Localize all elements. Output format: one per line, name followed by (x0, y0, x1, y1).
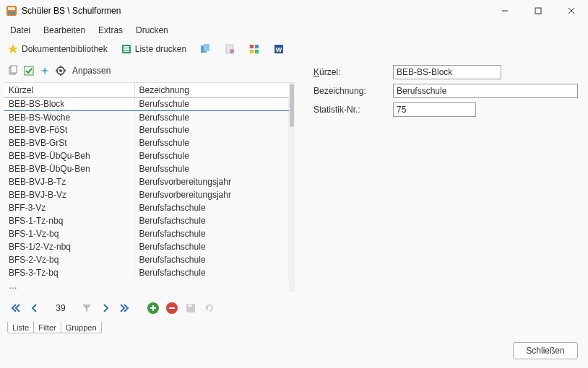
copy-icon[interactable] (7, 65, 19, 76)
kuerzel-input[interactable] (393, 65, 501, 79)
check-icon[interactable] (23, 65, 35, 76)
svg-rect-11 (124, 51, 129, 52)
toolbar-action-4[interactable]: W (270, 42, 287, 56)
cell-kuerzel[interactable]: BEB-BVJ-B-Vz (4, 188, 134, 201)
table-row[interactable]: BEB-BVJ-B-VzBerufsvorbereitungsjahr (4, 188, 289, 201)
nav-delete[interactable] (165, 301, 179, 315)
cell-kuerzel[interactable]: BEB-BS-Block (4, 97, 134, 110)
table-row[interactable]: BFS-1/2-Vz-nbqBerufsfachschule (4, 240, 289, 253)
close-button[interactable] (555, 0, 588, 22)
bezeichnung-input[interactable] (393, 84, 578, 98)
svg-rect-19 (255, 50, 259, 53)
cell-bezeichnung[interactable]: Berufsfachschule (134, 227, 289, 240)
cell-bezeichnung[interactable]: Berufsschule (134, 97, 289, 110)
table-row[interactable]: BFF-3-VzBerufsfachschule (4, 201, 289, 214)
cell-kuerzel[interactable]: BEB-BVB-ÜbQu-Ben (4, 162, 134, 175)
grid-header-kuerzel[interactable]: Kürzel (4, 83, 134, 98)
svg-marker-25 (40, 66, 49, 75)
svg-text:W: W (276, 46, 282, 53)
menu-drucken[interactable]: Drucken (130, 24, 174, 37)
statistik-input[interactable] (393, 102, 476, 117)
nav-prev[interactable] (27, 301, 42, 315)
doclib-button[interactable]: Dokumentenbibliothek (4, 42, 111, 56)
table-row[interactable]: BFS-1-Vz-bqBerufsfachschule (4, 227, 289, 240)
customize-label[interactable]: Anpassen (72, 66, 111, 76)
cell-bezeichnung[interactable]: Berufsfachschule (134, 240, 289, 253)
cell-kuerzel[interactable]: BEB-BVJ-B-Tz (4, 175, 134, 188)
cell-kuerzel[interactable]: BFS-3-Tz-bq (4, 266, 134, 279)
table-row[interactable]: BEB-BVB-ÜbQu-BehBerufsschule (4, 149, 289, 162)
cell-kuerzel[interactable]: BFS-1/2-Vz-nbq (4, 240, 134, 253)
grid-color-icon (248, 43, 260, 55)
menu-datei[interactable]: Datei (4, 24, 36, 37)
tab-gruppen[interactable]: Gruppen (61, 322, 102, 333)
grid-ellipsis: … (4, 279, 289, 292)
nav-add[interactable] (146, 301, 160, 315)
cell-bezeichnung[interactable]: Berufsvorbereitungsjahr (134, 175, 289, 188)
schulformen-grid[interactable]: Kürzel Bezeichnung BEB-BS-BlockBerufssch… (4, 83, 289, 293)
table-row[interactable]: BFS-3-Tz-bqBerufsfachschule (4, 266, 289, 279)
cell-bezeichnung[interactable]: Berufsfachschule (134, 266, 289, 279)
doc-star-icon (224, 43, 235, 55)
table-row[interactable]: BEB-BS-WocheBerufsschule (4, 110, 289, 123)
toolbar-action-3[interactable] (246, 42, 263, 56)
minimize-button[interactable] (488, 0, 522, 22)
svg-marker-32 (82, 305, 91, 312)
table-row[interactable]: BEB-BVB-ÜbQu-BenBerufsschule (4, 162, 289, 175)
nav-undo-disabled (202, 301, 217, 315)
svg-rect-18 (250, 50, 254, 53)
table-row[interactable]: BEB-BVJ-B-TzBerufsvorbereitungsjahr (4, 175, 289, 188)
cell-kuerzel[interactable]: BFS-2-Vz-bq (4, 253, 134, 266)
cell-bezeichnung[interactable]: Berufsschule (134, 136, 289, 149)
grid-scrollbar[interactable] (289, 83, 295, 293)
cell-bezeichnung[interactable]: Berufsfachschule (134, 253, 289, 266)
nav-first[interactable] (9, 301, 23, 315)
cell-bezeichnung[interactable]: Berufsfachschule (134, 214, 289, 227)
nav-filter[interactable] (79, 301, 94, 315)
tab-filter[interactable]: Filter (33, 322, 61, 333)
cell-kuerzel[interactable]: BFS-1-Vz-bq (4, 227, 134, 240)
menu-bearbeiten[interactable]: Bearbeiten (38, 24, 91, 37)
nav-last[interactable] (117, 301, 131, 315)
maximize-button[interactable] (522, 0, 555, 22)
printlist-button[interactable]: Liste drucken (118, 42, 189, 56)
cell-kuerzel[interactable]: BEB-BS-Woche (4, 110, 134, 123)
menu-extras[interactable]: Extras (92, 24, 129, 37)
spreadsheet-icon (121, 43, 132, 55)
doclib-label: Dokumentenbibliothek (22, 44, 108, 54)
cell-bezeichnung[interactable]: Berufsvorbereitungsjahr (134, 188, 289, 201)
cell-bezeichnung[interactable]: Berufsschule (134, 149, 289, 162)
svg-point-15 (230, 49, 234, 53)
sparkle-icon[interactable] (39, 65, 51, 76)
cell-bezeichnung[interactable]: Berufsfachschule (134, 201, 289, 214)
cell-kuerzel[interactable]: BFS-1-Tz-nbq (4, 214, 134, 227)
gear-icon[interactable] (55, 65, 66, 76)
cell-kuerzel[interactable]: BEB-BVB-FöSt (4, 123, 134, 136)
main-toolbar: Dokumentenbibliothek Liste drucken W (0, 39, 588, 59)
toolbar-action-1[interactable] (196, 42, 214, 56)
table-row[interactable]: BFS-2-Vz-bqBerufsfachschule (4, 253, 289, 266)
cell-bezeichnung[interactable]: Berufsschule (134, 162, 289, 175)
cell-kuerzel[interactable]: BEB-BVB-ÜbQu-Beh (4, 149, 134, 162)
word-export-icon: W (273, 43, 285, 55)
svg-rect-23 (11, 66, 17, 73)
cell-kuerzel[interactable]: BEB-BVB-GrSt (4, 136, 134, 149)
nav-next[interactable] (98, 301, 113, 315)
statistik-label: Statistik-Nr.: (314, 105, 393, 115)
table-row[interactable]: BFS-1-Tz-nbqBerufsfachschule (4, 214, 289, 227)
grid-header-bezeichnung[interactable]: Bezeichnung (134, 83, 289, 98)
cell-bezeichnung[interactable]: Berufsschule (134, 123, 289, 136)
table-row[interactable]: BEB-BVB-FöStBerufsschule (4, 123, 289, 136)
star-icon (7, 43, 19, 55)
tab-liste[interactable]: Liste (7, 322, 34, 333)
table-row[interactable]: BEB-BS-BlockBerufsschule (4, 97, 289, 110)
svg-marker-7 (8, 44, 18, 53)
toolbar-action-2[interactable] (221, 42, 238, 56)
cell-kuerzel[interactable]: BFF-3-Vz (4, 201, 134, 214)
table-row[interactable]: BEB-BVB-GrStBerufsschule (4, 136, 289, 149)
close-dialog-button[interactable]: Schließen (513, 342, 578, 359)
svg-rect-24 (25, 66, 33, 75)
app-icon (6, 5, 17, 17)
svg-rect-16 (250, 45, 254, 48)
cell-bezeichnung[interactable]: Berufsschule (134, 110, 289, 123)
